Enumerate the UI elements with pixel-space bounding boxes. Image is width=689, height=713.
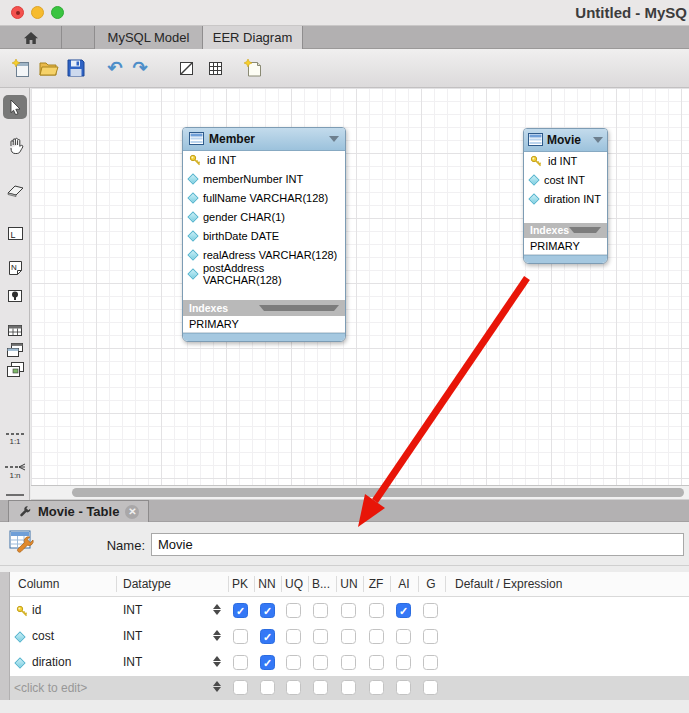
indexes-header[interactable]: Indexes — [524, 223, 607, 239]
column-row[interactable]: memberNumber INT — [183, 170, 345, 189]
datatype-stepper[interactable] — [213, 656, 221, 667]
checkbox-pk[interactable] — [233, 680, 248, 695]
checkbox-uq[interactable] — [286, 629, 301, 644]
header-g[interactable]: G — [426, 577, 435, 591]
header-b[interactable]: B... — [312, 577, 330, 591]
editor-tab-movie-table[interactable]: Movie - Table ✕ — [8, 500, 149, 522]
checkbox-g[interactable] — [423, 603, 438, 618]
redo-button[interactable]: ↷ — [129, 57, 151, 79]
header-default[interactable]: Default / Expression — [455, 577, 562, 591]
checkbox-un[interactable] — [341, 655, 356, 670]
checkbox-nn[interactable] — [260, 629, 275, 644]
checkbox-un[interactable] — [341, 680, 356, 695]
datatype-stepper[interactable] — [213, 630, 221, 641]
rel-1-n-tool[interactable]: 1:n — [3, 456, 27, 486]
checkbox-ai[interactable] — [396, 655, 411, 670]
datatype-value[interactable]: INT — [123, 655, 142, 669]
grid-row-id[interactable]: id INT — [0, 598, 689, 624]
hand-tool[interactable] — [3, 133, 27, 157]
column-row[interactable]: birthDate DATE — [183, 227, 345, 246]
index-row[interactable]: PRIMARY — [183, 316, 345, 333]
datatype-value[interactable]: INT — [123, 603, 142, 617]
grid-row-diration[interactable]: diration INT — [0, 650, 689, 676]
header-datatype[interactable]: Datatype — [123, 577, 171, 591]
new-column-placeholder[interactable]: <click to edit> — [14, 681, 87, 695]
column-row[interactable]: diration INT — [524, 190, 607, 209]
checkbox-uq[interactable] — [286, 603, 301, 618]
column-name[interactable]: id — [32, 603, 41, 617]
column-row[interactable]: gender CHAR(1) — [183, 208, 345, 227]
datatype-value[interactable]: INT — [123, 629, 142, 643]
grid-row-new-column[interactable]: <click to edit> — [0, 676, 689, 700]
rel-1-1-tool[interactable]: 1:1 — [3, 423, 27, 453]
column-row[interactable]: cost INT — [524, 171, 607, 190]
checkbox-b[interactable] — [313, 680, 328, 695]
column-row[interactable]: id INT — [183, 151, 345, 170]
toggle-grid-button[interactable] — [204, 57, 226, 79]
checkbox-pk[interactable] — [233, 629, 248, 644]
column-name[interactable]: diration — [32, 655, 71, 669]
checkbox-nn[interactable] — [260, 680, 275, 695]
close-window-button[interactable] — [11, 6, 24, 19]
header-uq[interactable]: UQ — [285, 577, 303, 591]
column-row[interactable]: postAddress VARCHAR(128) — [183, 265, 345, 284]
checkbox-zf[interactable] — [369, 680, 384, 695]
canvas-horizontal-scrollbar[interactable] — [31, 486, 689, 500]
checkbox-ai[interactable] — [396, 629, 411, 644]
new-note-button[interactable] — [242, 57, 264, 79]
header-ai[interactable]: AI — [398, 577, 409, 591]
chevron-down-icon[interactable] — [593, 137, 603, 143]
movie-header[interactable]: Movie — [524, 129, 607, 152]
column-name[interactable]: cost — [32, 629, 54, 643]
eraser-tool[interactable] — [3, 178, 27, 202]
checkbox-uq[interactable] — [286, 680, 301, 695]
checkbox-ai[interactable] — [396, 603, 411, 618]
table-figure-member[interactable]: Member id INT memberNumber INT fullName … — [182, 127, 346, 342]
checkbox-nn[interactable] — [260, 603, 275, 618]
column-row[interactable]: fullName VARCHAR(128) — [183, 189, 345, 208]
scrollbar-thumb[interactable] — [72, 488, 684, 497]
column-row[interactable]: id INT — [524, 152, 607, 171]
checkbox-b[interactable] — [313, 655, 328, 670]
save-model-button[interactable] — [65, 57, 87, 79]
tab-eer-diagram[interactable]: EER Diagram — [203, 26, 303, 49]
table-figure-movie[interactable]: Movie id INT cost INT diration INT Index… — [523, 128, 608, 264]
checkbox-b[interactable] — [313, 629, 328, 644]
tab-mysql-model[interactable]: MySQL Model — [94, 26, 203, 49]
zoom-window-button[interactable] — [51, 6, 64, 19]
header-un[interactable]: UN — [340, 577, 357, 591]
note-tool[interactable]: N — [3, 256, 27, 280]
close-icon[interactable]: ✕ — [125, 505, 139, 519]
pointer-tool[interactable] — [3, 95, 27, 119]
new-model-button[interactable] — [10, 57, 32, 79]
index-row[interactable]: PRIMARY — [524, 238, 607, 255]
tab-home[interactable] — [0, 26, 62, 49]
chevron-down-icon[interactable] — [329, 136, 339, 142]
checkbox-b[interactable] — [313, 603, 328, 618]
checkbox-g[interactable] — [423, 629, 438, 644]
minimize-window-button[interactable] — [31, 6, 44, 19]
header-nn[interactable]: NN — [258, 577, 275, 591]
checkbox-zf[interactable] — [369, 629, 384, 644]
member-header[interactable]: Member — [183, 128, 345, 151]
table-name-input[interactable] — [151, 533, 684, 556]
checkbox-nn[interactable] — [260, 655, 275, 670]
header-column[interactable]: Column — [18, 577, 59, 591]
image-tool[interactable] — [3, 284, 27, 308]
grid-row-cost[interactable]: cost INT — [0, 624, 689, 650]
chevron-down-icon[interactable] — [569, 227, 601, 233]
checkbox-pk[interactable] — [233, 603, 248, 618]
chevron-down-icon[interactable] — [259, 305, 339, 311]
checkbox-un[interactable] — [341, 629, 356, 644]
open-model-button[interactable] — [38, 57, 60, 79]
datatype-stepper[interactable] — [213, 681, 221, 692]
object-group-tool[interactable] — [3, 358, 27, 382]
checkbox-zf[interactable] — [369, 603, 384, 618]
header-zf[interactable]: ZF — [369, 577, 384, 591]
checkbox-g[interactable] — [423, 655, 438, 670]
checkbox-uq[interactable] — [286, 655, 301, 670]
checkbox-un[interactable] — [341, 603, 356, 618]
checkbox-ai[interactable] — [396, 680, 411, 695]
checkbox-zf[interactable] — [369, 655, 384, 670]
undo-button[interactable]: ↶ — [104, 57, 126, 79]
